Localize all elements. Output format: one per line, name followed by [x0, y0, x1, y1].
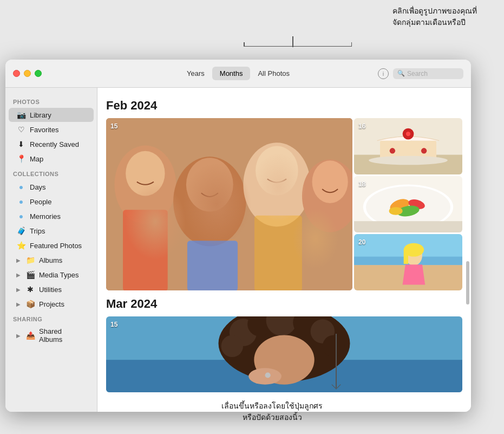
traffic-lights — [5, 70, 42, 77]
sidebar-item-map-label: Map — [30, 155, 43, 163]
sidebar: Photos 📷 Library ♡ Favorites ⬇ Recently … — [5, 88, 97, 412]
svg-point-19 — [369, 156, 448, 165]
sidebar-item-days[interactable]: ● Days — [9, 180, 94, 194]
svg-point-17 — [390, 148, 395, 153]
close-button[interactable] — [13, 70, 20, 77]
mar-photo-grid: 15 — [106, 316, 462, 392]
sidebar-item-media-types-label: Media Types — [39, 271, 78, 279]
photo-count-feb-cake: 16 — [358, 122, 365, 130]
svg-point-46 — [265, 372, 271, 378]
sidebar-item-library[interactable]: 📷 Library — [9, 108, 94, 122]
sidebar-item-shared-albums-label: Shared Albums — [39, 327, 86, 344]
svg-rect-10 — [187, 241, 238, 290]
tab-years[interactable]: Years — [179, 67, 212, 80]
scroll-indicator-line — [336, 334, 337, 388]
minimize-button[interactable] — [24, 70, 31, 77]
svg-point-26 — [389, 207, 403, 215]
media-types-icon: 🎬 — [25, 270, 35, 280]
svg-point-1 — [115, 145, 176, 224]
photo-count-feb-main: 15 — [110, 122, 117, 130]
bottom-annotation-line2: หรือปัดด้วยสองนิ้ว — [243, 413, 302, 422]
month-title-mar: Mar 2024 — [106, 295, 462, 316]
sidebar-item-people-label: People — [30, 198, 51, 206]
month-block-mar: Mar 2024 — [106, 295, 462, 392]
sidebar-item-map[interactable]: 📍 Map — [9, 152, 94, 166]
sidebar-item-favorites-label: Favorites — [30, 126, 58, 134]
sidebar-item-trips[interactable]: 🧳 Trips — [9, 224, 94, 238]
svg-point-5 — [243, 142, 310, 226]
svg-rect-9 — [123, 210, 168, 290]
photos-window: Years Months All Photos i 🔍 Search Photo… — [5, 60, 471, 412]
titlebar: Years Months All Photos i 🔍 Search — [5, 60, 471, 88]
svg-point-16 — [406, 132, 410, 136]
photo-count-feb-beach: 20 — [358, 238, 365, 246]
svg-point-8 — [312, 160, 348, 203]
sidebar-item-utilities[interactable]: ▶ ✱ Utilities — [9, 282, 94, 296]
sidebar-item-albums[interactable]: ▶ 📁 Albums — [9, 253, 94, 267]
sidebar-item-utilities-label: Utilities — [39, 286, 62, 294]
cake-svg — [354, 118, 462, 174]
svg-point-45 — [248, 368, 282, 384]
sidebar-item-shared-albums[interactable]: ▶ 📤 Shared Albums — [9, 325, 94, 346]
fullscreen-button[interactable] — [35, 70, 42, 77]
main-photo-area[interactable]: Feb 2024 — [97, 88, 471, 412]
scrollbar-track[interactable] — [466, 196, 469, 406]
trips-icon: 🧳 — [16, 226, 26, 236]
top-annotation: คลิกเพื่อดูรูปภาพของคุณที่ จัดกลุ่มตามเด… — [392, 5, 477, 28]
tab-all-photos[interactable]: All Photos — [250, 67, 297, 80]
scrollbar-thumb[interactable] — [466, 261, 469, 305]
bracket-line — [244, 46, 352, 47]
bottom-annotation: เลื่อนขึ้นหรือลงโดยใช้ปุ่มลูกศร หรือปัดด… — [221, 400, 323, 423]
svg-point-42 — [221, 335, 243, 357]
svg-point-2 — [126, 151, 165, 196]
utilities-expand-icon: ▶ — [16, 287, 21, 293]
sidebar-item-featured[interactable]: ⭐ Featured Photos — [9, 238, 94, 252]
shared-albums-icon: 📤 — [25, 331, 35, 340]
days-icon: ● — [16, 182, 26, 192]
photo-count-mar-main: 15 — [110, 321, 117, 328]
bottom-annotation-line1: เลื่อนขึ้นหรือลงโดยใช้ปุ่มลูกศร — [221, 401, 323, 410]
month-title-feb: Feb 2024 — [106, 96, 462, 118]
shared-albums-expand-icon: ▶ — [16, 333, 21, 339]
sidebar-section-sharing: Sharing — [5, 312, 97, 325]
girl-beach-svg — [354, 234, 462, 290]
projects-icon: 📦 — [25, 299, 35, 309]
sidebar-item-days-label: Days — [30, 183, 46, 191]
content-area: Photos 📷 Library ♡ Favorites ⬇ Recently … — [5, 88, 471, 412]
sidebar-item-favorites[interactable]: ♡ Favorites — [9, 122, 94, 137]
sidebar-item-albums-label: Albums — [39, 256, 62, 264]
search-icon: 🔍 — [397, 70, 405, 77]
top-annotation-line1: คลิกเพื่อดูรูปภาพของคุณที่ — [392, 7, 477, 15]
photo-thumb-curly-hair[interactable]: 15 — [106, 316, 462, 392]
favorites-icon: ♡ — [16, 125, 26, 134]
sidebar-item-recently-saved[interactable]: ⬇ Recently Saved — [9, 137, 94, 151]
photo-main-feb[interactable]: 15 — [106, 118, 352, 290]
sidebar-item-recently-saved-label: Recently Saved — [30, 140, 79, 148]
svg-rect-11 — [254, 216, 302, 290]
feb-side-grid: 16 — [354, 118, 462, 290]
info-button[interactable]: i — [378, 68, 389, 79]
media-types-expand-icon: ▶ — [16, 272, 21, 278]
curly-hair-svg — [106, 316, 462, 392]
svg-point-3 — [173, 157, 246, 246]
featured-icon: ⭐ — [16, 241, 26, 250]
sidebar-item-media-types[interactable]: ▶ 🎬 Media Types — [9, 268, 94, 282]
toolbar-right: i 🔍 Search — [378, 68, 463, 79]
search-box[interactable]: 🔍 Search — [393, 68, 463, 79]
sidebar-item-featured-label: Featured Photos — [30, 242, 82, 250]
memories-icon: ● — [16, 211, 26, 221]
svg-rect-0 — [106, 118, 352, 290]
svg-rect-33 — [404, 250, 408, 264]
sidebar-item-people[interactable]: ● People — [9, 195, 94, 209]
photo-thumb-cake[interactable]: 16 — [354, 118, 462, 174]
sidebar-item-memories[interactable]: ● Memories — [9, 209, 94, 223]
map-icon: 📍 — [16, 154, 26, 164]
tab-months[interactable]: Months — [212, 67, 251, 80]
sidebar-item-projects[interactable]: ▶ 📦 Projects — [9, 297, 94, 311]
search-placeholder: Search — [407, 70, 428, 77]
sidebar-item-memories-label: Memories — [30, 212, 61, 221]
sidebar-item-trips-label: Trips — [30, 227, 45, 235]
sidebar-item-projects-label: Projects — [39, 300, 64, 308]
photo-thumb-girl-beach[interactable]: 20 — [354, 234, 462, 290]
photo-thumb-food[interactable]: 18 — [354, 176, 462, 232]
